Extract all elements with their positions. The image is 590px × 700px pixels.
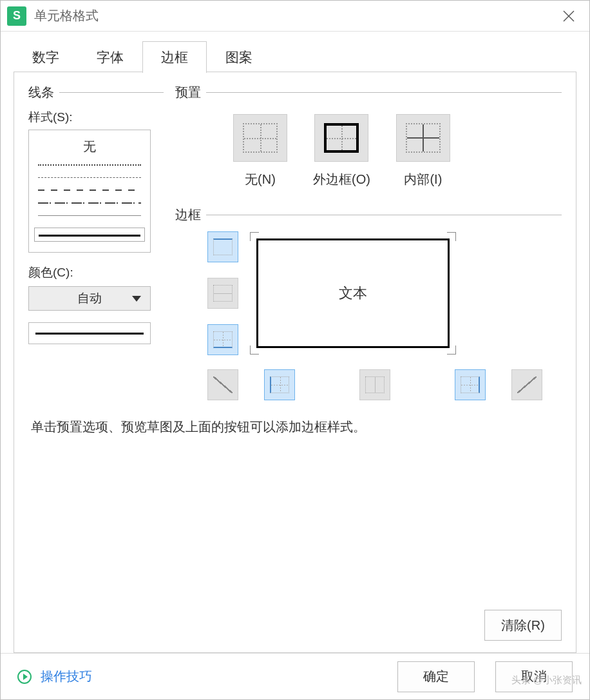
border-mid-v-icon xyxy=(365,376,385,393)
window-title: 单元格格式 xyxy=(34,7,99,24)
preset-none-button[interactable] xyxy=(233,114,287,162)
style-none[interactable]: 无 xyxy=(29,138,150,155)
border-preview[interactable]: 文本 xyxy=(250,232,456,355)
line-group-label: 线条 xyxy=(28,84,59,101)
border-left-icon xyxy=(270,376,289,393)
line-sample xyxy=(28,322,151,344)
hint-text: 单击预置选项、预览草图及上面的按钮可以添加边框样式。 xyxy=(28,418,562,436)
color-value: 自动 xyxy=(77,290,102,307)
tab-pattern[interactable]: 图案 xyxy=(207,41,271,73)
style-dashed-wide[interactable] xyxy=(38,190,141,191)
dialog-window: S 单元格格式 数字 字体 边框 图案 线条 样式(S): 无 xyxy=(0,0,590,700)
style-dotted[interactable] xyxy=(38,164,141,166)
clear-button[interactable]: 清除(R) xyxy=(484,610,562,641)
tabs: 数字 字体 边框 图案 xyxy=(1,32,589,72)
preset-none-label: 无(N) xyxy=(245,171,276,188)
preset-outer-button[interactable] xyxy=(314,114,368,162)
preset-group-label: 预置 xyxy=(175,84,206,101)
border-top-icon xyxy=(213,238,233,255)
border-top-button[interactable] xyxy=(207,231,238,262)
border-group-label: 边框 xyxy=(175,206,206,224)
preset-outer-label: 外边框(O) xyxy=(313,171,370,188)
border-bottom-button[interactable] xyxy=(207,324,238,355)
ok-button[interactable]: 确定 xyxy=(397,661,475,692)
preset-inner-icon xyxy=(406,123,441,153)
preset-inner-button[interactable] xyxy=(396,114,450,162)
border-left-button[interactable] xyxy=(264,369,295,400)
border-mid-h-icon xyxy=(213,285,233,302)
cancel-button[interactable]: 取消 xyxy=(495,661,573,692)
color-label: 颜色(C): xyxy=(28,264,164,281)
style-dashed-fine[interactable] xyxy=(38,177,141,178)
border-mid-h-button[interactable] xyxy=(207,278,238,309)
border-right-icon xyxy=(461,376,480,393)
style-thin[interactable] xyxy=(38,215,141,216)
border-bottom-icon xyxy=(213,331,233,348)
style-dashdot[interactable] xyxy=(38,202,141,204)
color-dropdown[interactable]: 自动 xyxy=(28,286,151,311)
chevron-down-icon xyxy=(132,296,141,302)
tab-border[interactable]: 边框 xyxy=(142,41,207,73)
tips-icon xyxy=(17,670,32,684)
style-label: 样式(S): xyxy=(28,109,164,126)
close-button[interactable] xyxy=(553,1,584,32)
border-right-button[interactable] xyxy=(455,369,486,400)
preset-outer-icon xyxy=(324,123,359,153)
preset-inner-label: 内部(I) xyxy=(404,171,442,188)
dialog-footer: 操作技巧 确定 取消 xyxy=(1,653,589,699)
line-style-list[interactable]: 无 xyxy=(28,130,151,253)
border-diag-down-icon xyxy=(517,376,537,393)
app-icon: S xyxy=(7,6,26,26)
border-diag-down-button[interactable] xyxy=(511,369,542,400)
tab-number[interactable]: 数字 xyxy=(14,41,78,73)
border-diag-up-icon xyxy=(213,376,233,393)
border-mid-v-button[interactable] xyxy=(359,369,390,400)
tab-font[interactable]: 字体 xyxy=(78,41,142,73)
border-diag-up-button[interactable] xyxy=(207,369,238,400)
style-thick-selected[interactable] xyxy=(34,228,145,242)
titlebar: S 单元格格式 xyxy=(1,1,589,32)
tab-panel-border: 线条 样式(S): 无 颜色(C): 自动 xyxy=(14,72,576,653)
preset-none-icon xyxy=(243,123,278,153)
preview-text: 文本 xyxy=(256,238,450,348)
tips-link[interactable]: 操作技巧 xyxy=(41,668,92,685)
